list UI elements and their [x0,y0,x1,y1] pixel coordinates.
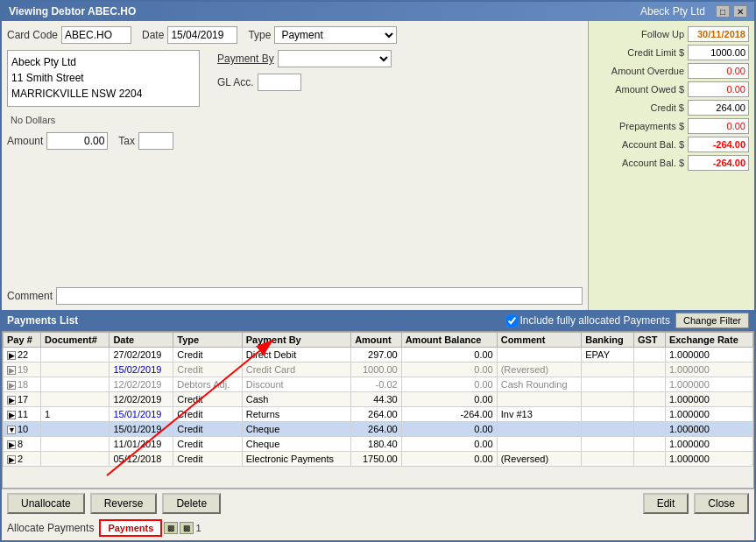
col-comment: Comment [497,333,582,348]
cell-amount: 264.00 [351,422,402,437]
table-row[interactable]: ▶8 11/01/2019 Credit Cheque 180.40 0.00 … [4,437,753,452]
close-button[interactable]: ✕ [733,5,747,18]
comment-label: Comment [7,290,53,302]
cell-gst [633,437,665,452]
payments-header: Payments List Include fully allocated Pa… [2,310,754,331]
right-panel: Follow Up Credit Limit $ Amount Overdue … [588,21,754,310]
prepayments-input[interactable] [688,118,749,134]
cell-type: Credit [173,452,242,467]
card-code-input[interactable] [61,26,131,44]
table-row[interactable]: ▶22 27/02/2019 Credit Direct Debit 297.0… [4,348,753,363]
credit-label: Credit $ [594,102,688,113]
expand-btn[interactable]: ▶ [7,396,16,405]
cell-exchange: 1.000000 [665,377,752,392]
tab-number[interactable]: 1 [195,523,201,533]
table-row[interactable]: ▶17 12/02/2019 Credit Cash 44.30 0.00 1.… [4,392,753,407]
cell-pay: ▶11 [4,407,41,422]
account-bal1-input[interactable] [688,137,749,152]
credit-limit-input[interactable] [688,45,749,60]
amount-overdue-input[interactable] [688,63,749,79]
cell-banking [582,452,634,467]
account-bal2-input[interactable] [688,155,749,171]
title-bar-right: Abeck Pty Ltd □ ✕ [640,5,747,18]
expand-btn[interactable]: ▼ [7,426,16,434]
type-select[interactable]: Payment [274,26,397,44]
delete-button[interactable]: Delete [162,493,221,514]
cell-doc [40,348,109,363]
col-amount: Amount [351,333,402,348]
date-label: Date [142,29,164,41]
account-bal1-row: Account Bal. $ [594,137,749,152]
main-window: Viewing Debtor ABEC.HO Abeck Pty Ltd □ ✕… [0,0,756,542]
expand-btn[interactable]: ▶ [7,381,16,390]
payment-by-row: Payment By [217,50,392,67]
tab-icon-1[interactable]: ▩ [164,522,178,534]
reverse-button[interactable]: Reverse [90,493,158,514]
expand-btn[interactable]: ▶ [7,455,16,464]
include-checkbox[interactable] [506,315,518,327]
table-row[interactable]: ▼10 15/01/2019 Credit Cheque 264.00 0.00… [4,422,753,437]
cell-payment-by: Cheque [242,422,350,437]
tab-bar: Allocate Payments Payments ▩ ▩ 1 [7,517,749,537]
amount-owed-row: Amount Owed $ [594,81,749,97]
cell-pay: ▶19 [4,363,41,377]
expand-btn[interactable]: ▶ [7,351,16,360]
cell-amount: 1750.00 [351,452,402,467]
cell-banking [582,392,634,407]
cell-comment: (Reversed) [497,452,582,467]
col-doc: Document# [40,333,109,348]
close-button-bottom[interactable]: Close [694,493,749,514]
cell-amount: 180.40 [351,437,402,452]
comment-input[interactable] [56,287,583,305]
follow-up-row: Follow Up [594,26,749,42]
gl-acc-label: GL Acc. [217,76,254,88]
gl-acc-row: GL Acc. [217,74,392,91]
unallocate-button[interactable]: Unallocate [7,493,85,514]
type-label: Type [248,29,271,41]
col-payment-by: Payment By [242,333,350,348]
amount-label: Amount [7,135,43,147]
date-input[interactable] [167,26,237,44]
include-checkbox-label[interactable]: Include fully allocated Payments [506,314,670,327]
table-row[interactable]: ▶11 1 15/01/2019 Credit Returns 264.00 -… [4,407,753,422]
credit-input[interactable] [688,100,749,116]
table-row[interactable]: ▶18 12/02/2019 Debtors Adj. Discount -0.… [4,377,753,392]
change-filter-button[interactable]: Change Filter [675,313,749,328]
cell-date: 12/02/2019 [110,392,173,407]
expand-btn[interactable]: ▶ [7,411,16,419]
credit-row: Credit $ [594,100,749,116]
tab-icon-2[interactable]: ▩ [180,522,194,534]
comment-row: Comment [7,287,583,305]
card-code-label: Card Code [7,29,58,41]
payments-section: Payments List Include fully allocated Pa… [2,310,754,489]
address-line1: Abeck Pty Ltd [11,54,195,70]
table-row[interactable]: ▶19 15/02/2019 Credit Credit Card 1000.0… [4,363,753,377]
amount-overdue-row: Amount Overdue [594,63,749,79]
cell-pay: ▼10 [4,422,41,437]
edit-button[interactable]: Edit [643,493,689,514]
cell-balance: 0.00 [401,377,497,392]
payment-by-select[interactable] [278,50,392,67]
cell-exchange: 1.000000 [665,363,752,377]
company-name: Abeck Pty Ltd [640,5,705,18]
include-label: Include fully allocated Payments [520,314,670,327]
expand-btn[interactable]: ▶ [7,366,16,375]
payments-tab[interactable]: Payments [99,519,162,537]
cell-amount: 264.00 [351,407,402,422]
tax-label: Tax [118,135,135,147]
tax-input[interactable] [138,132,173,150]
cell-exchange: 1.000000 [665,452,752,467]
amount-owed-input[interactable] [688,81,749,97]
restore-button[interactable]: □ [716,5,730,18]
cell-payment-by: Credit Card [242,363,350,377]
cell-doc: 1 [40,407,109,422]
gl-acc-input[interactable] [258,74,301,91]
payments-table: Pay # Document# Date Type Payment By Amo… [3,332,753,467]
amount-input[interactable] [46,132,108,150]
table-row[interactable]: ▶2 05/12/2018 Credit Electronic Payments… [4,452,753,467]
follow-up-input[interactable] [688,26,749,42]
cell-banking [582,363,634,377]
payments-table-container[interactable]: Pay # Document# Date Type Payment By Amo… [2,331,754,489]
cell-date: 15/01/2019 [110,407,173,422]
expand-btn[interactable]: ▶ [7,440,16,449]
